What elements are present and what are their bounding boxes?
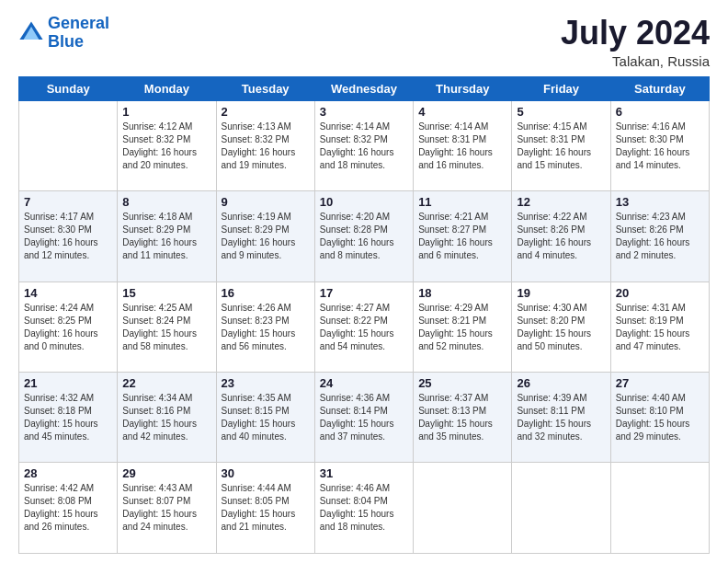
day-number: 15 bbox=[122, 286, 210, 300]
calendar-cell: 26Sunrise: 4:39 AM Sunset: 8:11 PM Dayli… bbox=[512, 373, 610, 463]
calendar-cell: 12Sunrise: 4:22 AM Sunset: 8:26 PM Dayli… bbox=[512, 191, 610, 282]
calendar-cell: 20Sunrise: 4:31 AM Sunset: 8:19 PM Dayli… bbox=[610, 282, 709, 372]
day-info: Sunrise: 4:21 AM Sunset: 8:27 PM Dayligh… bbox=[418, 211, 506, 262]
day-number: 22 bbox=[122, 376, 210, 390]
calendar-cell: 18Sunrise: 4:29 AM Sunset: 8:21 PM Dayli… bbox=[414, 282, 512, 372]
day-info: Sunrise: 4:12 AM Sunset: 8:32 PM Dayligh… bbox=[122, 121, 210, 172]
calendar-cell: 17Sunrise: 4:27 AM Sunset: 8:22 PM Dayli… bbox=[314, 282, 413, 372]
calendar-cell: 27Sunrise: 4:40 AM Sunset: 8:10 PM Dayli… bbox=[610, 373, 709, 463]
logo-text: General Blue bbox=[48, 15, 109, 52]
day-number: 30 bbox=[222, 466, 310, 480]
calendar-cell: 5Sunrise: 4:15 AM Sunset: 8:31 PM Daylig… bbox=[512, 100, 610, 190]
day-info: Sunrise: 4:31 AM Sunset: 8:19 PM Dayligh… bbox=[616, 302, 704, 353]
month-title: July 2024 bbox=[561, 15, 710, 52]
calendar-week-3: 14Sunrise: 4:24 AM Sunset: 8:25 PM Dayli… bbox=[19, 282, 710, 372]
day-info: Sunrise: 4:23 AM Sunset: 8:26 PM Dayligh… bbox=[616, 211, 704, 262]
day-info: Sunrise: 4:30 AM Sunset: 8:20 PM Dayligh… bbox=[517, 302, 605, 353]
calendar-cell: 23Sunrise: 4:35 AM Sunset: 8:15 PM Dayli… bbox=[216, 373, 314, 463]
day-info: Sunrise: 4:46 AM Sunset: 8:04 PM Dayligh… bbox=[320, 482, 408, 534]
day-info: Sunrise: 4:17 AM Sunset: 8:30 PM Dayligh… bbox=[24, 211, 112, 262]
calendar-cell: 1Sunrise: 4:12 AM Sunset: 8:32 PM Daylig… bbox=[118, 100, 216, 190]
day-of-week-friday: Friday bbox=[512, 76, 610, 100]
day-info: Sunrise: 4:44 AM Sunset: 8:05 PM Dayligh… bbox=[222, 482, 310, 534]
calendar-cell: 22Sunrise: 4:34 AM Sunset: 8:16 PM Dayli… bbox=[118, 373, 216, 463]
calendar-cell: 10Sunrise: 4:20 AM Sunset: 8:28 PM Dayli… bbox=[314, 191, 413, 282]
title-block: July 2024 Talakan, Russia bbox=[561, 15, 710, 69]
day-number: 10 bbox=[320, 195, 408, 209]
day-info: Sunrise: 4:26 AM Sunset: 8:23 PM Dayligh… bbox=[222, 302, 310, 353]
calendar-cell: 16Sunrise: 4:26 AM Sunset: 8:23 PM Dayli… bbox=[216, 282, 314, 372]
day-info: Sunrise: 4:27 AM Sunset: 8:22 PM Dayligh… bbox=[320, 302, 408, 353]
calendar-cell: 28Sunrise: 4:42 AM Sunset: 8:08 PM Dayli… bbox=[19, 463, 118, 554]
day-info: Sunrise: 4:42 AM Sunset: 8:08 PM Dayligh… bbox=[24, 482, 112, 534]
day-info: Sunrise: 4:32 AM Sunset: 8:18 PM Dayligh… bbox=[24, 392, 112, 443]
header: General Blue July 2024 Talakan, Russia bbox=[18, 15, 710, 69]
day-info: Sunrise: 4:29 AM Sunset: 8:21 PM Dayligh… bbox=[418, 302, 506, 353]
day-number: 17 bbox=[320, 286, 408, 300]
calendar-cell: 13Sunrise: 4:23 AM Sunset: 8:26 PM Dayli… bbox=[610, 191, 709, 282]
calendar-cell: 14Sunrise: 4:24 AM Sunset: 8:25 PM Dayli… bbox=[19, 282, 118, 372]
calendar-cell: 4Sunrise: 4:14 AM Sunset: 8:31 PM Daylig… bbox=[414, 100, 512, 190]
calendar-week-2: 7Sunrise: 4:17 AM Sunset: 8:30 PM Daylig… bbox=[19, 191, 710, 282]
day-info: Sunrise: 4:35 AM Sunset: 8:15 PM Dayligh… bbox=[222, 392, 310, 443]
day-info: Sunrise: 4:14 AM Sunset: 8:31 PM Dayligh… bbox=[418, 121, 506, 172]
day-number: 3 bbox=[320, 105, 408, 119]
day-number: 14 bbox=[24, 286, 112, 300]
day-number: 18 bbox=[418, 286, 506, 300]
day-info: Sunrise: 4:18 AM Sunset: 8:29 PM Dayligh… bbox=[122, 211, 210, 262]
day-number: 7 bbox=[24, 195, 112, 209]
day-number: 12 bbox=[517, 195, 605, 209]
day-number: 13 bbox=[616, 195, 704, 209]
day-info: Sunrise: 4:36 AM Sunset: 8:14 PM Dayligh… bbox=[320, 392, 408, 443]
day-number: 23 bbox=[222, 376, 310, 390]
day-info: Sunrise: 4:15 AM Sunset: 8:31 PM Dayligh… bbox=[517, 121, 605, 172]
day-info: Sunrise: 4:14 AM Sunset: 8:32 PM Dayligh… bbox=[320, 121, 408, 172]
day-number: 6 bbox=[616, 105, 704, 119]
day-info: Sunrise: 4:16 AM Sunset: 8:30 PM Dayligh… bbox=[616, 121, 704, 172]
day-number: 11 bbox=[418, 195, 506, 209]
calendar-cell bbox=[19, 100, 118, 190]
day-number: 28 bbox=[24, 466, 112, 480]
day-info: Sunrise: 4:22 AM Sunset: 8:26 PM Dayligh… bbox=[517, 211, 605, 262]
day-number: 21 bbox=[24, 376, 112, 390]
calendar-cell: 2Sunrise: 4:13 AM Sunset: 8:32 PM Daylig… bbox=[216, 100, 314, 190]
calendar-cell: 9Sunrise: 4:19 AM Sunset: 8:29 PM Daylig… bbox=[216, 191, 314, 282]
day-of-week-saturday: Saturday bbox=[610, 76, 709, 100]
day-of-week-sunday: Sunday bbox=[19, 76, 118, 100]
calendar-cell: 31Sunrise: 4:46 AM Sunset: 8:04 PM Dayli… bbox=[314, 463, 413, 554]
day-number: 9 bbox=[222, 195, 310, 209]
day-number: 19 bbox=[517, 286, 605, 300]
calendar-cell: 11Sunrise: 4:21 AM Sunset: 8:27 PM Dayli… bbox=[414, 191, 512, 282]
day-info: Sunrise: 4:24 AM Sunset: 8:25 PM Dayligh… bbox=[24, 302, 112, 353]
location: Talakan, Russia bbox=[561, 53, 710, 69]
day-number: 26 bbox=[517, 376, 605, 390]
calendar-cell bbox=[414, 463, 512, 554]
day-number: 24 bbox=[320, 376, 408, 390]
calendar-cell: 19Sunrise: 4:30 AM Sunset: 8:20 PM Dayli… bbox=[512, 282, 610, 372]
day-number: 16 bbox=[222, 286, 310, 300]
day-of-week-thursday: Thursday bbox=[414, 76, 512, 100]
calendar-header-row: SundayMondayTuesdayWednesdayThursdayFrid… bbox=[19, 76, 710, 100]
day-info: Sunrise: 4:37 AM Sunset: 8:13 PM Dayligh… bbox=[418, 392, 506, 443]
logo-icon bbox=[18, 20, 44, 46]
calendar: SundayMondayTuesdayWednesdayThursdayFrid… bbox=[18, 76, 710, 554]
calendar-cell: 25Sunrise: 4:37 AM Sunset: 8:13 PM Dayli… bbox=[414, 373, 512, 463]
day-number: 20 bbox=[616, 286, 704, 300]
calendar-cell: 7Sunrise: 4:17 AM Sunset: 8:30 PM Daylig… bbox=[19, 191, 118, 282]
day-info: Sunrise: 4:34 AM Sunset: 8:16 PM Dayligh… bbox=[122, 392, 210, 443]
day-number: 8 bbox=[122, 195, 210, 209]
calendar-cell: 24Sunrise: 4:36 AM Sunset: 8:14 PM Dayli… bbox=[314, 373, 413, 463]
day-info: Sunrise: 4:19 AM Sunset: 8:29 PM Dayligh… bbox=[222, 211, 310, 262]
calendar-cell: 29Sunrise: 4:43 AM Sunset: 8:07 PM Dayli… bbox=[118, 463, 216, 554]
calendar-cell: 15Sunrise: 4:25 AM Sunset: 8:24 PM Dayli… bbox=[118, 282, 216, 372]
day-info: Sunrise: 4:20 AM Sunset: 8:28 PM Dayligh… bbox=[320, 211, 408, 262]
calendar-cell: 8Sunrise: 4:18 AM Sunset: 8:29 PM Daylig… bbox=[118, 191, 216, 282]
day-number: 2 bbox=[222, 105, 310, 119]
calendar-cell: 21Sunrise: 4:32 AM Sunset: 8:18 PM Dayli… bbox=[19, 373, 118, 463]
calendar-cell: 3Sunrise: 4:14 AM Sunset: 8:32 PM Daylig… bbox=[314, 100, 413, 190]
day-info: Sunrise: 4:39 AM Sunset: 8:11 PM Dayligh… bbox=[517, 392, 605, 443]
day-number: 25 bbox=[418, 376, 506, 390]
calendar-cell: 30Sunrise: 4:44 AM Sunset: 8:05 PM Dayli… bbox=[216, 463, 314, 554]
logo-general: General bbox=[48, 14, 109, 32]
calendar-cell: 6Sunrise: 4:16 AM Sunset: 8:30 PM Daylig… bbox=[610, 100, 709, 190]
